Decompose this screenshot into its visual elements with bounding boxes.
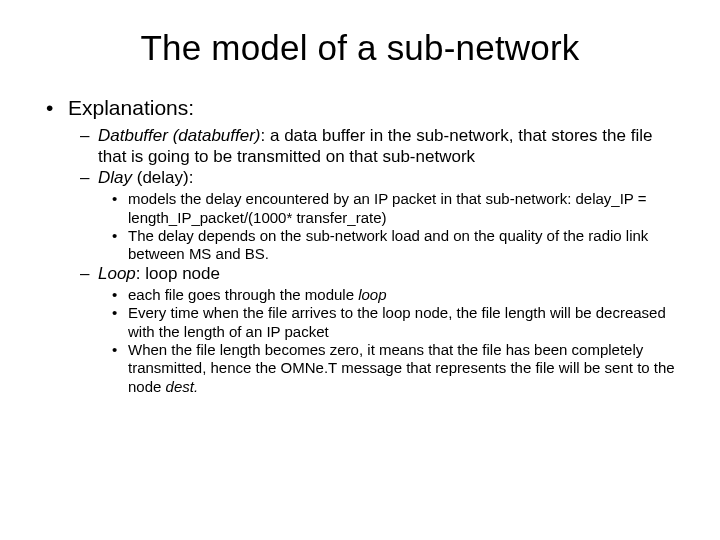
loop-term: Loop — [98, 264, 136, 283]
bullet-list-level2: Datbuffer (databuffer): a data buffer in… — [68, 126, 680, 396]
bullet-list-level3-loop: each file goes through the module loop E… — [98, 286, 680, 396]
loop-detail-2-text: When the file length becomes zero, it me… — [128, 341, 675, 395]
loop-detail-0-text: each file goes through the module — [128, 286, 358, 303]
loop-detail-2-em: dest. — [166, 378, 199, 395]
loop-desc: : loop node — [136, 264, 220, 283]
dlay-term: Dlay — [98, 168, 132, 187]
loop-detail-2: When the file length becomes zero, it me… — [98, 341, 680, 396]
bullet-list-level3-dlay: models the delay encountered by an IP pa… — [98, 190, 680, 263]
dlay-detail-0: models the delay encountered by an IP pa… — [98, 190, 680, 227]
loop-item: Loop: loop node each file goes through t… — [68, 264, 680, 396]
explanations-label: Explanations: — [68, 96, 194, 119]
loop-detail-0: each file goes through the module loop — [98, 286, 680, 304]
loop-detail-1: Every time when the file arrives to the … — [98, 304, 680, 341]
explanations-item: Explanations: Datbuffer (databuffer): a … — [40, 96, 680, 396]
bullet-list-level1: Explanations: Datbuffer (databuffer): a … — [40, 96, 680, 396]
dlay-detail-1: The delay depends on the sub-network loa… — [98, 227, 680, 264]
dlay-item: Dlay (delay): models the delay encounter… — [68, 168, 680, 263]
datbuffer-term: Datbuffer (databuffer) — [98, 126, 261, 145]
slide-title: The model of a sub-network — [40, 28, 680, 68]
loop-detail-0-em: loop — [358, 286, 386, 303]
dlay-desc: (delay): — [132, 168, 193, 187]
datbuffer-item: Datbuffer (databuffer): a data buffer in… — [68, 126, 680, 167]
